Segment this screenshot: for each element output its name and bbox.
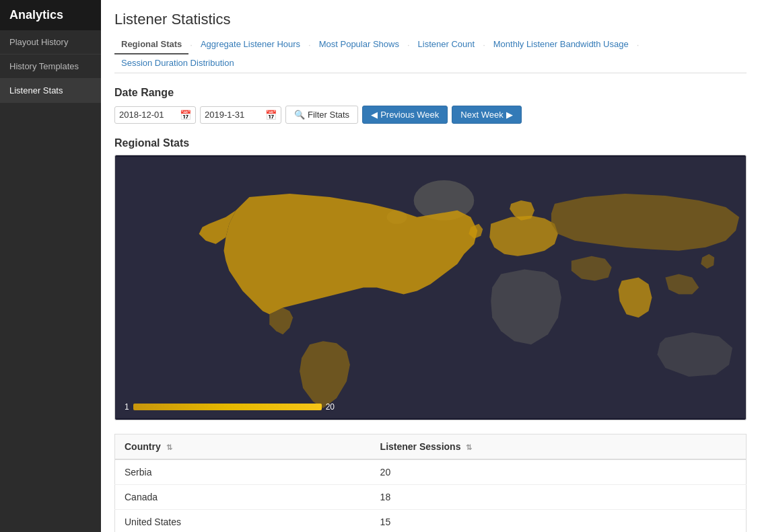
nav-sep-2: · xyxy=(307,35,312,54)
col-country-label: Country xyxy=(125,441,161,452)
sessions-cell: 20 xyxy=(371,459,747,485)
nav-sep-3: · xyxy=(406,35,411,54)
col-sessions-label: Listener Sessions xyxy=(380,441,461,452)
start-date-input[interactable] xyxy=(119,110,180,120)
nav-sep-4: · xyxy=(481,35,487,54)
sidebar-item-playout-history[interactable]: Playout History xyxy=(0,30,101,54)
start-date-wrapper: 📅 xyxy=(114,106,196,124)
search-icon: 🔍 xyxy=(294,110,305,120)
end-date-wrapper: 📅 xyxy=(200,106,281,124)
regional-stats-table: Country ⇅ Listener Sessions ⇅ Serbia 20 … xyxy=(114,434,747,532)
table-row: Serbia 20 xyxy=(115,459,747,485)
nav-sep-5: · xyxy=(635,35,641,54)
world-map: 1 20 xyxy=(114,155,747,420)
sidebar-item-listener-stats[interactable]: Listener Stats xyxy=(0,79,101,103)
legend-max: 20 xyxy=(326,402,335,412)
main-content: Listener Statistics Regional Stats · Agg… xyxy=(101,0,760,532)
sessions-cell: 15 xyxy=(371,510,747,533)
tab-most-popular-shows[interactable]: Most Popular Shows xyxy=(312,35,406,54)
col-country-header[interactable]: Country ⇅ xyxy=(115,434,371,460)
page-title: Listener Statistics xyxy=(114,11,747,28)
col-sessions-header[interactable]: Listener Sessions ⇅ xyxy=(371,434,747,460)
tab-session-duration[interactable]: Session Duration Distribution xyxy=(114,54,241,73)
next-week-button[interactable]: Next Week ▶ xyxy=(452,106,521,124)
date-range-row: 📅 📅 🔍 Filter Stats ◀ Previous Week Next … xyxy=(114,106,747,124)
col-sessions-sort-icon: ⇅ xyxy=(466,443,472,451)
end-date-calendar-icon[interactable]: 📅 xyxy=(265,110,277,120)
end-date-input[interactable] xyxy=(205,110,265,120)
country-cell: United States xyxy=(115,510,371,533)
sidebar: Analytics Playout History History Templa… xyxy=(0,0,101,532)
nav-tabs: Regional Stats · Aggregate Listener Hour… xyxy=(114,35,747,73)
chevron-left-icon: ◀ xyxy=(371,110,378,120)
col-country-sort-icon: ⇅ xyxy=(166,443,172,451)
table-row: United States 15 xyxy=(115,510,747,533)
country-cell: Canada xyxy=(115,485,371,510)
tab-regional-stats[interactable]: Regional Stats xyxy=(114,35,188,54)
tab-monthly-bandwidth[interactable]: Monthly Listener Bandwidth Usage xyxy=(487,35,635,54)
filter-stats-button[interactable]: 🔍 Filter Stats xyxy=(285,106,358,124)
country-cell: Serbia xyxy=(115,459,371,485)
start-date-calendar-icon[interactable]: 📅 xyxy=(180,110,191,120)
chevron-right-icon: ▶ xyxy=(506,110,513,120)
sidebar-item-history-templates[interactable]: History Templates xyxy=(0,54,101,79)
map-legend: 1 20 xyxy=(125,402,335,412)
table-row: Canada 18 xyxy=(115,485,747,510)
tab-aggregate-listener-hours[interactable]: Aggregate Listener Hours xyxy=(194,35,307,54)
legend-min: 1 xyxy=(125,402,129,412)
sessions-cell: 18 xyxy=(371,485,747,510)
date-range-title: Date Range xyxy=(114,87,747,99)
tab-listener-count[interactable]: Listener Count xyxy=(411,35,482,54)
map-svg xyxy=(115,155,746,420)
sidebar-title: Analytics xyxy=(0,0,101,30)
nav-sep-1: · xyxy=(188,35,194,54)
prev-week-button[interactable]: ◀ Previous Week xyxy=(362,106,448,124)
legend-bar xyxy=(133,404,322,410)
regional-stats-title: Regional Stats xyxy=(114,137,747,149)
